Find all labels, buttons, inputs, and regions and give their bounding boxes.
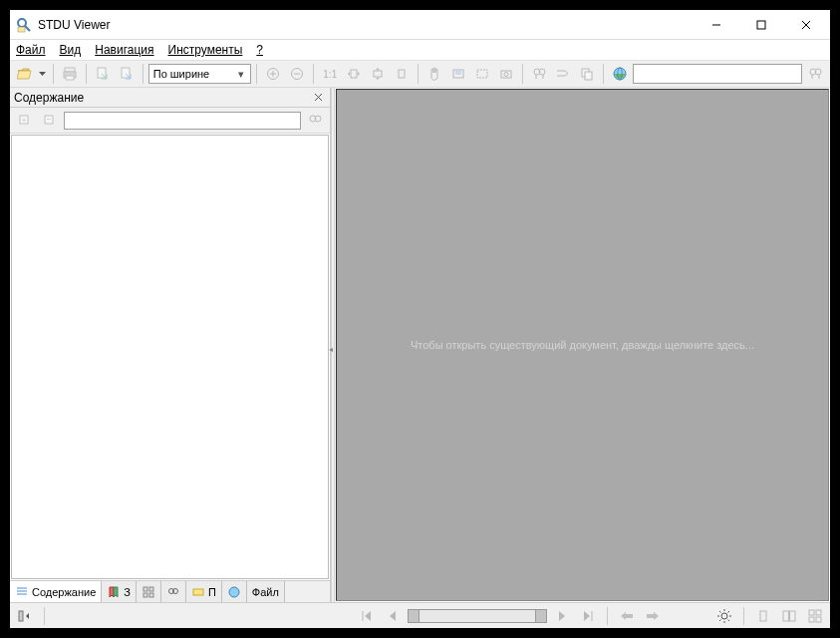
hand-tool-button[interactable] bbox=[423, 63, 445, 85]
collapse-all-button[interactable]: − bbox=[39, 110, 61, 132]
menu-navigation[interactable]: Навигация bbox=[95, 43, 153, 57]
fit-width-button[interactable] bbox=[343, 63, 365, 85]
document-area[interactable]: Чтобы открыть существующий документ, два… bbox=[336, 89, 829, 601]
fit-height-button[interactable] bbox=[367, 63, 389, 85]
next-page-button[interactable] bbox=[551, 605, 573, 627]
find-button[interactable] bbox=[528, 63, 550, 85]
svg-line-1 bbox=[25, 26, 30, 31]
sidebar-search-input[interactable] bbox=[64, 112, 301, 130]
prev-page-button[interactable] bbox=[382, 605, 404, 627]
svg-rect-4 bbox=[757, 21, 765, 29]
svg-rect-2 bbox=[18, 27, 25, 32]
svg-point-25 bbox=[504, 73, 508, 77]
actual-size-button[interactable]: 1:1 bbox=[319, 63, 341, 85]
menu-file[interactable]: Файл bbox=[16, 43, 46, 57]
menu-tools[interactable]: Инструменты bbox=[168, 43, 243, 57]
quick-search-go-button[interactable] bbox=[804, 63, 826, 85]
tab-bookmarks[interactable]: З bbox=[102, 581, 137, 602]
settings-button[interactable] bbox=[609, 63, 631, 85]
zoom-in-button[interactable] bbox=[262, 63, 284, 85]
menu-help[interactable]: ? bbox=[256, 43, 263, 57]
single-page-button[interactable] bbox=[752, 605, 774, 627]
select-text-button[interactable] bbox=[447, 63, 469, 85]
tab-search[interactable] bbox=[161, 581, 186, 602]
svg-rect-73 bbox=[816, 610, 821, 615]
zoom-value: По ширине bbox=[153, 68, 210, 80]
highlight-icon bbox=[191, 585, 205, 599]
tab-contents[interactable]: Содержание bbox=[10, 581, 102, 602]
page-scrollbar[interactable] bbox=[408, 609, 547, 623]
open-dropdown[interactable] bbox=[38, 63, 48, 85]
expand-all-button[interactable]: + bbox=[14, 110, 36, 132]
svg-point-0 bbox=[18, 19, 26, 27]
menu-view[interactable]: Вид bbox=[60, 43, 82, 57]
tab-highlights[interactable]: П bbox=[186, 581, 222, 602]
nav-forward-button[interactable] bbox=[642, 605, 664, 627]
last-page-button[interactable] bbox=[577, 605, 599, 627]
svg-line-66 bbox=[728, 619, 730, 621]
svg-rect-72 bbox=[809, 610, 814, 615]
svg-rect-55 bbox=[193, 589, 203, 595]
tab-files[interactable]: Файл bbox=[247, 581, 285, 602]
export-image-button[interactable] bbox=[116, 63, 138, 85]
open-button[interactable] bbox=[14, 63, 36, 85]
print-button[interactable] bbox=[59, 63, 81, 85]
info-icon bbox=[227, 585, 241, 599]
svg-point-60 bbox=[721, 613, 727, 619]
svg-line-68 bbox=[728, 611, 730, 613]
empty-hint: Чтобы открыть существующий документ, два… bbox=[411, 339, 754, 351]
nav-back-button[interactable] bbox=[616, 605, 638, 627]
svg-rect-71 bbox=[790, 611, 796, 621]
svg-rect-51 bbox=[143, 593, 147, 597]
splitter[interactable] bbox=[331, 88, 335, 602]
svg-line-67 bbox=[719, 619, 721, 621]
grid-icon bbox=[141, 585, 155, 599]
svg-rect-31 bbox=[585, 72, 592, 80]
svg-rect-49 bbox=[143, 587, 147, 591]
select-image-button[interactable] bbox=[471, 63, 493, 85]
snapshot-button[interactable] bbox=[495, 63, 517, 85]
svg-rect-52 bbox=[149, 593, 153, 597]
tab-info[interactable] bbox=[222, 581, 247, 602]
export-text-button[interactable] bbox=[92, 63, 114, 85]
sidebar-close-button[interactable] bbox=[310, 90, 326, 106]
svg-rect-75 bbox=[816, 617, 821, 622]
app-icon bbox=[16, 17, 32, 33]
window-title: STDU Viewer bbox=[38, 18, 110, 32]
svg-rect-17 bbox=[351, 70, 357, 78]
find-next-button[interactable] bbox=[552, 63, 574, 85]
quick-search-input[interactable] bbox=[633, 64, 802, 84]
svg-rect-23 bbox=[477, 70, 487, 78]
copy-button[interactable] bbox=[576, 63, 598, 85]
svg-rect-9 bbox=[66, 76, 74, 80]
svg-rect-57 bbox=[19, 611, 23, 621]
svg-text:−: − bbox=[47, 115, 52, 124]
zoom-out-button[interactable] bbox=[286, 63, 308, 85]
binoculars-icon bbox=[166, 585, 180, 599]
svg-rect-19 bbox=[399, 70, 405, 78]
svg-rect-18 bbox=[374, 71, 382, 77]
svg-line-65 bbox=[719, 611, 721, 613]
bookmark-icon bbox=[107, 585, 121, 599]
list-icon bbox=[15, 585, 29, 599]
toggle-sidebar-button[interactable] bbox=[14, 605, 36, 627]
fit-page-button[interactable] bbox=[391, 63, 413, 85]
svg-point-56 bbox=[229, 587, 239, 597]
brightness-button[interactable] bbox=[713, 605, 735, 627]
maximize-button[interactable] bbox=[738, 11, 783, 39]
svg-text:+: + bbox=[22, 115, 27, 124]
svg-rect-69 bbox=[760, 611, 766, 621]
tab-thumbnails[interactable] bbox=[137, 581, 161, 602]
sidebar-title: Содержание bbox=[14, 91, 84, 105]
sidebar-search-button[interactable] bbox=[304, 110, 326, 132]
sidebar-content-tree[interactable] bbox=[11, 135, 329, 579]
two-page-button[interactable] bbox=[778, 605, 800, 627]
svg-rect-70 bbox=[783, 611, 789, 621]
first-page-button[interactable] bbox=[356, 605, 378, 627]
zoom-combo[interactable]: По ширине ▾ bbox=[148, 64, 252, 84]
close-button[interactable] bbox=[783, 11, 828, 39]
continuous-button[interactable] bbox=[804, 605, 826, 627]
svg-rect-74 bbox=[809, 617, 814, 622]
svg-rect-50 bbox=[149, 587, 153, 591]
minimize-button[interactable] bbox=[694, 11, 738, 39]
